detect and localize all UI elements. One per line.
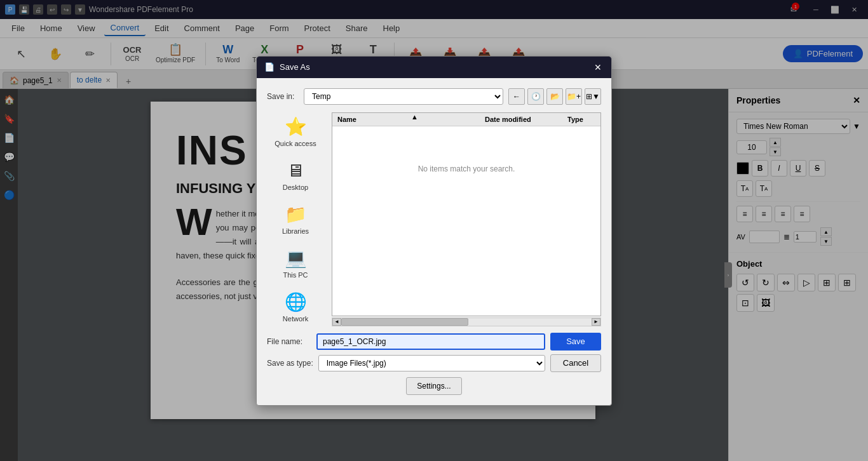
file-list-header: Name ▲ Date modified Type	[332, 113, 600, 126]
filename-label: File name:	[267, 337, 311, 346]
nav-this-pc[interactable]: 💻 This PC	[267, 244, 324, 283]
settings-row: Settings...	[267, 377, 601, 395]
col-type: Type	[562, 113, 600, 126]
file-list-container: Name ▲ Date modified Type No items match…	[332, 112, 601, 326]
save-as-overlay: 📄 Save As ✕ Save in: Temp ← 🕐 📂 📁+ ⊞▼	[0, 0, 868, 461]
file-empty-message: No items match your search.	[332, 126, 600, 211]
save-button[interactable]: Save	[550, 333, 601, 351]
scroll-right[interactable]: ►	[592, 318, 600, 326]
save-as-titlebar: 📄 Save As ✕	[257, 57, 611, 78]
file-list: Name ▲ Date modified Type No items match…	[332, 112, 601, 316]
nav-buttons: ← 🕐 📂 📁+ ⊞▼	[508, 88, 601, 105]
nav-libraries[interactable]: 📁 Libraries	[267, 200, 324, 239]
network-label: Network	[283, 315, 308, 323]
quick-access-label: Quick access	[275, 140, 316, 147]
col-sort-arrow: ▲	[411, 113, 480, 126]
filename-input[interactable]	[316, 333, 545, 350]
this-pc-icon: 💻	[285, 248, 307, 269]
savetype-select[interactable]: Image Files(*.jpg)	[318, 355, 545, 371]
save-as-dialog-icon: 📄	[264, 62, 275, 72]
settings-button[interactable]: Settings...	[406, 377, 461, 395]
save-as-title: Save As	[280, 62, 310, 72]
network-icon: 🌐	[285, 291, 307, 312]
savetype-row: Save as type: Image Files(*.jpg) Cancel	[267, 354, 601, 372]
nav-recent-button[interactable]: 🕐	[527, 88, 544, 105]
nav-view-button[interactable]: ⊞▼	[585, 88, 601, 105]
save-as-body: Save in: Temp ← 🕐 📂 📁+ ⊞▼ ⭐ Quick	[257, 78, 611, 405]
col-name: Name	[332, 113, 411, 126]
save-in-select[interactable]: Temp	[304, 88, 503, 105]
save-in-label: Save in:	[267, 92, 299, 101]
scroll-left[interactable]: ◄	[332, 318, 341, 326]
libraries-icon: 📁	[285, 204, 307, 225]
libraries-label: Libraries	[282, 227, 309, 235]
cancel-button[interactable]: Cancel	[550, 354, 601, 372]
nav-up-button[interactable]: 📂	[546, 88, 563, 105]
horizontal-scrollbar[interactable]: ◄ ►	[332, 317, 601, 326]
save-as-dialog: 📄 Save As ✕ Save in: Temp ← 🕐 📂 📁+ ⊞▼	[256, 56, 612, 406]
nav-quick-access[interactable]: ⭐ Quick access	[267, 112, 324, 151]
file-navigation: ⭐ Quick access 🖥 Desktop 📁 Libraries 💻 T…	[267, 112, 324, 326]
save-in-row: Save in: Temp ← 🕐 📂 📁+ ⊞▼	[267, 88, 601, 105]
quick-access-icon: ⭐	[285, 116, 307, 137]
nav-back-button[interactable]: ←	[508, 88, 525, 105]
nav-new-folder-button[interactable]: 📁+	[566, 88, 582, 105]
desktop-icon: 🖥	[287, 160, 304, 181]
nav-network[interactable]: 🌐 Network	[267, 288, 324, 326]
save-as-close-button[interactable]: ✕	[592, 62, 604, 73]
desktop-label: Desktop	[283, 184, 308, 191]
filename-row: File name: Save	[267, 333, 601, 351]
nav-desktop[interactable]: 🖥 Desktop	[267, 156, 324, 195]
savetype-label: Save as type:	[267, 359, 313, 368]
col-date: Date modified	[480, 113, 562, 126]
this-pc-label: This PC	[283, 271, 308, 279]
modal-content-area: ⭐ Quick access 🖥 Desktop 📁 Libraries 💻 T…	[267, 112, 601, 326]
